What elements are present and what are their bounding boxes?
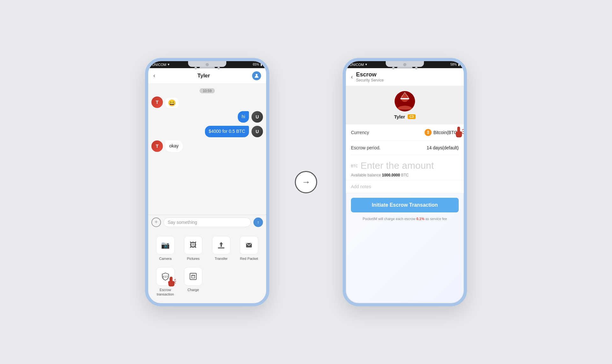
message-row: T okay bbox=[151, 140, 263, 152]
message-input[interactable]: Say something bbox=[164, 218, 251, 227]
arrow-symbol: → bbox=[302, 177, 310, 187]
red-packet-icon-box bbox=[240, 236, 258, 254]
btc-coin-icon: ₿ bbox=[425, 129, 432, 136]
avatar: U bbox=[251, 126, 263, 137]
escrow-header: ‹ Escrow Security Service bbox=[346, 68, 464, 86]
period-value: 14 days(default) bbox=[427, 145, 459, 150]
profile-name-row: Tyler C3 bbox=[394, 114, 416, 119]
timestamp-text: 10:59 bbox=[200, 88, 215, 93]
wifi-icon: ▾ bbox=[365, 62, 367, 67]
initiate-escrow-button[interactable]: Initiate Escrow Transaction bbox=[351, 198, 459, 212]
user-profile-button[interactable] bbox=[252, 71, 261, 80]
transfer-icon bbox=[218, 242, 225, 249]
action-pictures[interactable]: 🖼 Pictures bbox=[179, 233, 208, 264]
cursor-hand-icon bbox=[167, 277, 176, 289]
charge-icon-box bbox=[184, 267, 202, 286]
add-button[interactable]: + bbox=[151, 218, 161, 227]
profile-avatar bbox=[395, 91, 415, 111]
sensor bbox=[217, 67, 220, 69]
battery-icon: ▮ bbox=[458, 63, 460, 66]
escrow-profile: Tyler C3 bbox=[346, 86, 464, 125]
initiate-btn-label: Initiate Escrow Transaction bbox=[372, 202, 438, 208]
transition-arrow: → bbox=[295, 171, 317, 193]
amount-input[interactable]: Enter the amount bbox=[361, 160, 434, 171]
svg-line-9 bbox=[174, 282, 176, 283]
svg-line-7 bbox=[174, 279, 176, 280]
user-icon bbox=[254, 73, 259, 78]
battery-icon: ▮ bbox=[260, 63, 262, 66]
action-camera[interactable]: 📷 Camera bbox=[151, 233, 179, 264]
period-label: Escrow period. bbox=[351, 145, 381, 150]
escrow-title-block: Escrow Security Service bbox=[356, 71, 384, 82]
notes-row[interactable]: Add notes bbox=[346, 180, 464, 193]
clock-label: 11:11 bbox=[206, 62, 216, 67]
fee-prefix: PocketIM will charge each escrow bbox=[363, 217, 417, 221]
phone-chat: UNICOM ▾ 11:11 65% ▮ ‹ Tyler bbox=[145, 58, 269, 306]
speaker bbox=[200, 67, 215, 68]
escrow-label: Escrowtransaction bbox=[157, 288, 174, 297]
charge-label: Charge bbox=[187, 288, 199, 292]
available-amount: 1000.0000 bbox=[382, 173, 400, 177]
main-scene: UNICOM ▾ 11:11 65% ▮ ‹ Tyler bbox=[145, 58, 467, 306]
action-transfer[interactable]: Transfer bbox=[207, 233, 235, 264]
status-right: 58% ▮ bbox=[450, 63, 460, 66]
chat-header: ‹ Tyler bbox=[148, 68, 266, 84]
fee-percentage: 0.1% bbox=[416, 217, 424, 221]
message-bubble: okay bbox=[165, 140, 183, 152]
svg-rect-13 bbox=[400, 98, 409, 99]
c3-badge: C3 bbox=[408, 114, 416, 119]
avatar: T bbox=[151, 96, 163, 108]
action-escrow[interactable]: EST bbox=[151, 264, 179, 300]
send-button[interactable]: ↑ bbox=[253, 218, 263, 227]
charge-icon bbox=[189, 273, 197, 280]
currency-row: Currency ₿ Bitcoin(BTC) bbox=[351, 125, 459, 141]
escrow-form: Currency ₿ Bitcoin(BTC) bbox=[346, 125, 464, 155]
available-currency: BTC bbox=[401, 173, 409, 177]
period-row: Escrow period. 14 days(default) bbox=[351, 141, 459, 155]
hand-cursor bbox=[167, 277, 176, 287]
vol-up-button bbox=[145, 103, 145, 115]
status-left: UNICOM ▾ bbox=[350, 62, 367, 67]
notes-placeholder: Add notes bbox=[351, 184, 371, 189]
action-red-packet[interactable]: Red Packet bbox=[235, 233, 263, 264]
red-packet-icon bbox=[245, 241, 253, 249]
camera-icon-box: 📷 bbox=[156, 236, 175, 254]
fee-suffix: as service fee bbox=[424, 217, 447, 221]
red-packet-label: Red Packet bbox=[240, 256, 258, 261]
power-button bbox=[467, 112, 467, 131]
phone-escrow: UNICOM ▾ 11:56 58% ▮ ‹ Escrow Security S… bbox=[343, 58, 467, 306]
cursor-hand-right-icon bbox=[454, 126, 464, 140]
tyler-avatar-image bbox=[395, 91, 415, 111]
vol-down-button bbox=[145, 120, 145, 133]
action-grid: 📷 Camera 🖼 Pictures Transfer bbox=[148, 230, 266, 303]
message-bubble: hi bbox=[238, 111, 249, 123]
back-button[interactable]: ‹ bbox=[351, 74, 353, 80]
avatar: T bbox=[151, 140, 163, 152]
pictures-label: Pictures bbox=[187, 256, 200, 261]
available-prefix: Available balance bbox=[351, 173, 381, 177]
fee-note: PocketIM will charge each escrow 0.1% as… bbox=[346, 217, 464, 224]
message-bubble: 😄 bbox=[165, 98, 178, 108]
svg-rect-10 bbox=[190, 273, 196, 280]
svg-point-0 bbox=[256, 74, 258, 76]
amount-section: BTC Enter the amount Available balance 1… bbox=[346, 155, 464, 180]
chat-screen: UNICOM ▾ 11:11 65% ▮ ‹ Tyler bbox=[148, 61, 266, 303]
action-charge[interactable]: Charge bbox=[179, 264, 208, 300]
back-button[interactable]: ‹ bbox=[153, 72, 155, 79]
status-right: 65% ▮ bbox=[253, 63, 262, 66]
currency-label: Currency bbox=[351, 130, 369, 135]
sensor bbox=[415, 67, 418, 69]
front-camera bbox=[194, 67, 197, 69]
message-bubble: $4000 for 0.5 BTC bbox=[205, 126, 249, 137]
wifi-icon: ▾ bbox=[168, 62, 170, 67]
currency-value[interactable]: ₿ Bitcoin(BTC) bbox=[425, 129, 459, 136]
message-row: T 😄 bbox=[151, 96, 263, 108]
profile-name: Tyler bbox=[394, 114, 405, 119]
svg-line-14 bbox=[462, 129, 464, 130]
amount-input-row: BTC Enter the amount bbox=[351, 160, 459, 171]
chat-messages: 10:59 T 😄 hi U $4000 for 0.5 BTC U bbox=[148, 84, 266, 215]
carrier-label: UNICOM bbox=[152, 63, 166, 67]
available-balance: Available balance 1000.0000 BTC bbox=[351, 173, 459, 177]
avatar: U bbox=[251, 111, 263, 123]
escrow-screen: UNICOM ▾ 11:56 58% ▮ ‹ Escrow Security S… bbox=[346, 61, 464, 303]
